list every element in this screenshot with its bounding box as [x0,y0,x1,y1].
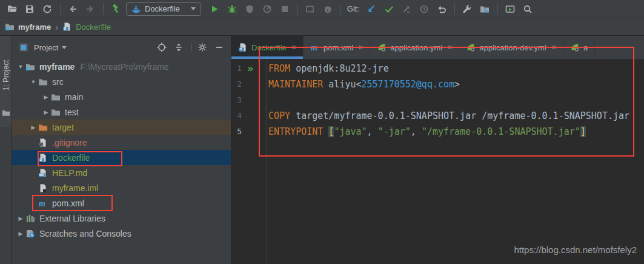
tree-item-label: External Libraries [39,214,105,223]
tab-pom-xml[interactable]: m pom.xml× [304,36,370,59]
gutter-line: 2 [231,76,266,92]
svg-text:m: m [311,43,317,52]
close-icon[interactable]: × [447,42,452,52]
tree-item-test[interactable]: ▶test [12,104,231,120]
locate-icon[interactable] [155,41,168,54]
code-token: "/myframe-0.0.1-SNAPSHOT.jar" [422,126,580,137]
tree-item-myframe-iml[interactable]: myframe.iml [12,180,231,195]
run-configuration-select[interactable]: Dockerfile [126,2,201,16]
code-token: > [454,79,460,90]
svg-text:m: m [39,199,45,208]
main-toolbar: Dockerfile Git: [0,0,644,18]
git-label: Git: [347,4,359,13]
run-line-icon[interactable]: » [247,64,251,74]
tree-item-main[interactable]: ▶main [12,89,231,104]
tree-item-dockerfile[interactable]: DDockerfile [12,150,231,165]
gutter-line: 4 [231,108,266,124]
package-icon [320,2,335,16]
tab-dockerfile[interactable]: D Dockerfile× [231,36,304,59]
debug-icon[interactable] [225,2,239,16]
tab-application-dev-yml[interactable]: application-dev.yml× [459,36,563,59]
project-tree: ▼myframeF:\MycreatPro\myframe▼src▶main▶t… [12,59,231,241]
line-number: 1 [233,61,242,76]
spring-yml-icon [377,42,387,52]
chevron-collapsed-icon[interactable]: ▶ [41,94,51,100]
breadcrumb-file[interactable]: Dockerfile [76,22,111,32]
breadcrumb-project[interactable]: myframe [18,22,51,32]
close-icon[interactable]: × [551,42,556,52]
close-icon[interactable]: × [358,42,363,52]
gear-icon[interactable] [196,41,209,54]
navigation-bar: myframe › D Dockerfile [0,18,644,36]
save-all-icon[interactable] [22,2,37,16]
svg-text:D: D [240,47,242,51]
tree-item-help-md[interactable]: MDHELP.md [12,165,231,180]
chevron-collapsed-icon[interactable]: ▶ [16,231,25,237]
tree-item-target[interactable]: ▶target [12,120,231,135]
code-content[interactable]: FROM openjdk:8u212-jreMAINTAINER aliyu<2… [231,59,644,140]
tree-item-myframe[interactable]: ▼myframeF:\MycreatPro\myframe [12,59,231,74]
maven-icon: m [310,42,320,52]
line-number: 4 [233,108,242,124]
tab-application-yml[interactable]: application.yml× [370,36,459,59]
toolbar-separator [60,4,61,15]
toolbar-separator [340,4,341,15]
tree-item-external-libraries[interactable]: ▶External Libraries [12,211,231,226]
close-icon[interactable]: × [291,42,296,52]
editor[interactable]: 1»2345 FROM openjdk:8u212-jreMAINTAINER … [231,59,644,264]
editor-tab-bar: D Dockerfile×m pom.xml× application.yml×… [231,36,644,59]
project-view-icon [17,41,30,54]
code-token: ] [580,126,586,137]
git-commit-icon[interactable] [382,2,396,16]
docker-file-icon: D [38,153,49,163]
folder-icon [2,109,10,117]
tree-item-label: Dockerfile [52,153,90,163]
tree-item-label: src [52,77,64,87]
chevron-expanded-icon[interactable]: ▼ [16,64,25,70]
toolbar-separator [454,4,455,15]
tab-label: Dockerfile [251,43,287,52]
iml-file-icon [38,183,49,193]
git-update-icon[interactable] [364,2,379,16]
chevron-collapsed-icon[interactable]: ▶ [16,215,25,222]
tree-item-scratches-and-consoles[interactable]: ▶Scratches and Consoles [12,226,231,241]
editor-area: D Dockerfile×m pom.xml× application.yml×… [231,36,644,264]
project-tool-window: Project ▼myframeF:\MycreatPro\myframe▼sr… [12,36,231,264]
tree-item-src[interactable]: ▼src [12,74,231,89]
project-panel-header: Project [12,36,231,59]
docker-icon [131,4,141,14]
run-icon[interactable] [207,2,222,16]
back-icon[interactable] [65,2,80,16]
tree-item-label: .gitignore [52,138,87,147]
tab-a[interactable]: a [563,36,595,59]
chevron-down-icon[interactable] [62,46,67,49]
project-stripe-button[interactable]: 1: Project [0,36,12,127]
run-anything-icon[interactable] [503,2,517,16]
code-token: ENTRYPOINT [268,126,328,137]
collapse-all-icon[interactable] [172,41,185,54]
chevron-collapsed-icon[interactable]: ▶ [41,109,51,115]
svg-text:D: D [64,27,67,30]
code-token: , [367,126,378,137]
toolbar-separator [103,4,104,15]
chevron-collapsed-icon[interactable]: ▶ [28,124,38,130]
project-structure-icon[interactable] [477,2,492,16]
settings-wrench-icon[interactable] [460,2,474,16]
gutter-line: 5 [231,124,266,140]
coverage-icon [242,2,257,16]
markdown-file-icon: MD [38,168,49,178]
tree-item--gitignore[interactable]: .gitignore [12,135,231,150]
search-everywhere-icon[interactable] [520,2,535,16]
open-project-icon[interactable] [5,2,19,16]
hide-panel-icon[interactable] [213,41,226,54]
tree-item-pom-xml[interactable]: mpom.xml [12,195,231,211]
chevron-expanded-icon[interactable]: ▼ [28,79,38,85]
build-hammer-icon[interactable] [108,2,123,16]
sync-icon[interactable] [40,2,55,16]
project-panel-title[interactable]: Project [34,43,58,52]
forward-icon [83,2,98,16]
tree-item-label: Scratches and Consoles [39,229,131,239]
rollback-icon[interactable] [434,2,449,16]
toolbar-separator [297,4,298,15]
code-token: , [411,126,422,137]
